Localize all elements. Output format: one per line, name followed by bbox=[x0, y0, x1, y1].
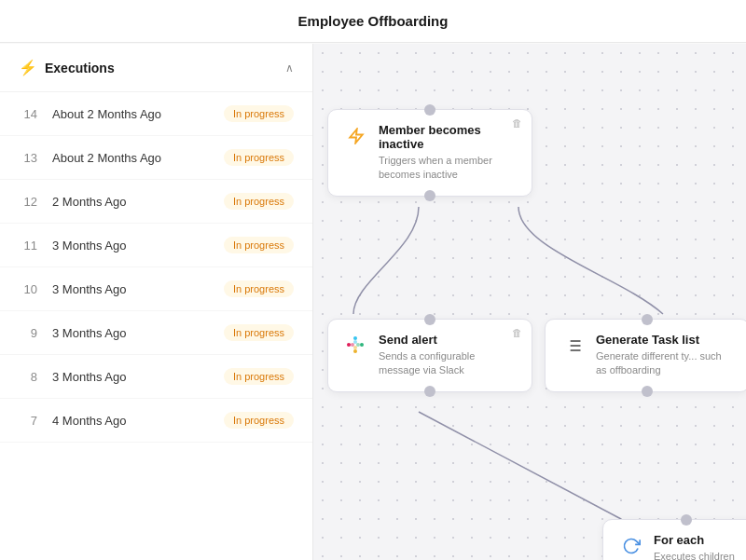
refresh-icon bbox=[618, 533, 644, 559]
connector-bottom bbox=[642, 386, 653, 397]
exec-number: 12 bbox=[19, 195, 37, 209]
node-desc: Generate different ty... such as offboar… bbox=[596, 349, 734, 378]
node-content: Send alert Sends a configurable message … bbox=[379, 333, 517, 378]
send-alert-node[interactable]: 🗑 Send alert Sends a configurable messag… bbox=[327, 319, 532, 392]
exec-number: 10 bbox=[19, 282, 37, 296]
exec-status-badge: In progress bbox=[224, 105, 294, 122]
node-desc: Executes children act... parent result. bbox=[654, 550, 746, 560]
svg-rect-3 bbox=[353, 336, 357, 340]
connector-bottom bbox=[424, 386, 435, 397]
exec-status-badge: In progress bbox=[224, 149, 294, 166]
connector-top bbox=[424, 104, 435, 116]
exec-time: About 2 Months Ago bbox=[52, 151, 209, 165]
node-desc: Sends a configurable message via Slack bbox=[379, 349, 517, 378]
node-desc: Triggers when a member becomes inactive bbox=[379, 154, 517, 183]
exec-number: 14 bbox=[19, 107, 37, 121]
exec-time: 3 Months Ago bbox=[52, 370, 209, 384]
node-header: For each Executes children act... parent… bbox=[618, 533, 746, 560]
trigger-icon bbox=[343, 123, 369, 149]
collapse-button[interactable]: ∧ bbox=[285, 61, 294, 75]
canvas-area[interactable]: 🗑 Member becomes inactive Triggers when … bbox=[313, 44, 746, 560]
list-icon bbox=[560, 333, 587, 359]
exec-time: 3 Months Ago bbox=[52, 326, 209, 340]
exec-status-badge: In progress bbox=[224, 324, 294, 341]
execution-list: 14 About 2 Months Ago In progress 13 Abo… bbox=[0, 92, 312, 443]
page-title: Employee Offboarding bbox=[298, 13, 449, 29]
exec-number: 13 bbox=[19, 151, 37, 165]
execution-item[interactable]: 14 About 2 Months Ago In progress bbox=[0, 92, 312, 136]
sidebar-title: Executions bbox=[45, 61, 115, 75]
exec-time: 4 Months Ago bbox=[52, 414, 209, 428]
exec-status-badge: In progress bbox=[224, 237, 294, 253]
node-content: For each Executes children act... parent… bbox=[654, 533, 746, 560]
sidebar-title-area: ⚡ Executions bbox=[19, 59, 115, 76]
generate-task-node[interactable]: Generate Task list Generate different ty… bbox=[545, 319, 746, 392]
execution-item[interactable]: 13 About 2 Months Ago In progress bbox=[0, 136, 312, 180]
delete-button[interactable]: 🗑 bbox=[512, 327, 522, 338]
delete-button[interactable]: 🗑 bbox=[512, 117, 522, 129]
svg-rect-7 bbox=[353, 340, 357, 344]
svg-marker-1 bbox=[350, 130, 363, 143]
exec-status-badge: In progress bbox=[224, 368, 294, 385]
exec-time: About 2 Months Ago bbox=[52, 107, 209, 121]
trigger-node[interactable]: 🗑 Member becomes inactive Triggers when … bbox=[327, 109, 532, 197]
exec-time: 3 Months Ago bbox=[52, 282, 209, 296]
page-header: Employee Offboarding bbox=[0, 0, 746, 43]
connector-top bbox=[681, 514, 692, 526]
for-each-node[interactable]: For each Executes children act... parent… bbox=[602, 519, 746, 560]
svg-line-0 bbox=[419, 412, 621, 519]
node-header: Generate Task list Generate different ty… bbox=[560, 333, 734, 378]
exec-time: 3 Months Ago bbox=[52, 239, 209, 253]
exec-status-badge: In progress bbox=[224, 412, 294, 429]
svg-rect-9 bbox=[353, 346, 357, 349]
connector-bottom bbox=[424, 190, 435, 201]
node-header: Send alert Sends a configurable message … bbox=[343, 333, 517, 378]
exec-time: 2 Months Ago bbox=[52, 195, 209, 209]
execution-item[interactable]: 11 3 Months Ago In progress bbox=[0, 224, 312, 267]
exec-number: 7 bbox=[19, 414, 37, 428]
svg-rect-2 bbox=[347, 343, 351, 347]
exec-number: 11 bbox=[19, 239, 37, 253]
node-header: Member becomes inactive Triggers when a … bbox=[343, 123, 517, 183]
execution-item[interactable]: 12 2 Months Ago In progress bbox=[0, 180, 312, 224]
connector-top bbox=[424, 314, 435, 325]
node-title: Generate Task list bbox=[596, 333, 734, 347]
lightning-icon: ⚡ bbox=[19, 59, 37, 76]
exec-number: 9 bbox=[19, 326, 37, 340]
node-title: Send alert bbox=[379, 333, 517, 347]
node-title: Member becomes inactive bbox=[379, 123, 517, 151]
connector-top bbox=[642, 314, 653, 325]
execution-item[interactable]: 9 3 Months Ago In progress bbox=[0, 311, 312, 355]
execution-item[interactable]: 8 3 Months Ago In progress bbox=[0, 355, 312, 399]
execution-item[interactable]: 10 3 Months Ago In progress bbox=[0, 267, 312, 311]
execution-item[interactable]: 7 4 Months Ago In progress bbox=[0, 399, 312, 443]
slack-icon bbox=[343, 333, 369, 359]
svg-rect-5 bbox=[353, 349, 357, 353]
node-content: Generate Task list Generate different ty… bbox=[596, 333, 734, 378]
sidebar-header: ⚡ Executions ∧ bbox=[0, 44, 312, 92]
node-title: For each bbox=[654, 533, 746, 547]
svg-rect-6 bbox=[351, 343, 354, 347]
exec-status-badge: In progress bbox=[224, 193, 294, 210]
svg-rect-4 bbox=[360, 343, 364, 347]
svg-rect-8 bbox=[356, 343, 360, 347]
exec-number: 8 bbox=[19, 370, 37, 384]
sidebar: ⚡ Executions ∧ 14 About 2 Months Ago In … bbox=[0, 44, 313, 560]
node-content: Member becomes inactive Triggers when a … bbox=[379, 123, 517, 183]
exec-status-badge: In progress bbox=[224, 280, 294, 297]
